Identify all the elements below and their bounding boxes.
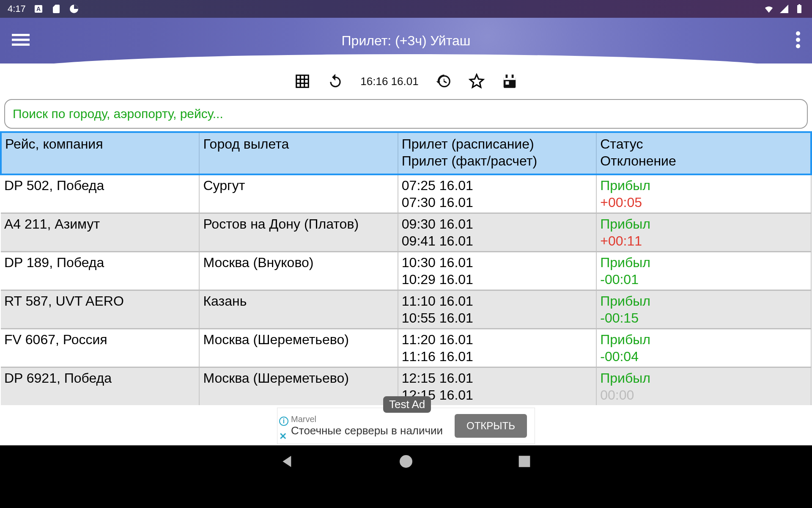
status-time: 4:17 — [8, 3, 26, 14]
page-title: Прилет: (+3ч) Уйташ — [342, 33, 471, 49]
cell-status: Прибыл-00:01 — [596, 252, 811, 290]
svg-rect-12 — [503, 77, 516, 80]
table-row[interactable]: FV 6067, РоссияМосква (Шереметьево)11:20… — [1, 329, 811, 367]
ad-banner: Test Ad i ✕ Marvel Стоечные серверы в на… — [0, 406, 812, 445]
menu-button[interactable] — [12, 31, 30, 50]
toolbar: 16:16 16.01 — [0, 64, 812, 99]
svg-rect-5 — [12, 34, 30, 36]
svg-rect-6 — [12, 39, 30, 41]
cell-status: Прибыл+00:11 — [596, 213, 811, 252]
svg-point-16 — [400, 455, 412, 468]
app-bar: Прилет: (+3ч) Уйташ — [0, 18, 812, 64]
col-flight: Рейс, компания — [1, 132, 199, 174]
svg-rect-17 — [519, 456, 530, 467]
cell-arrival: 11:10 16.0110:55 16.01 — [398, 290, 596, 329]
table-row[interactable]: A4 211, АзимутРостов на Дону (Платов)09:… — [1, 213, 811, 252]
table-row[interactable]: RT 587, UVT AEROКазань11:10 16.0110:55 1… — [1, 290, 811, 329]
history-icon — [436, 73, 452, 89]
status-bar: 4:17 A — [0, 0, 812, 18]
nav-recent-button[interactable] — [516, 453, 533, 472]
cell-flight: A4 211, Азимут — [1, 213, 199, 252]
sd-card-icon — [51, 4, 61, 14]
cell-flight: DP 502, Победа — [1, 174, 199, 213]
cell-flight: DP 6921, Победа — [1, 367, 199, 406]
nav-back-button[interactable] — [279, 453, 296, 472]
svg-rect-4 — [798, 4, 800, 6]
cell-status: Прибыл-00:15 — [596, 290, 811, 329]
favorite-button[interactable] — [469, 73, 485, 89]
calendar-icon — [502, 73, 518, 89]
ad-tag: Test Ad — [383, 396, 431, 413]
star-icon — [469, 73, 485, 89]
ad-card[interactable]: Test Ad i ✕ Marvel Стоечные серверы в на… — [277, 408, 535, 444]
cell-status: Прибыл-00:04 — [596, 329, 811, 367]
svg-rect-15 — [505, 81, 509, 85]
wifi-icon — [764, 4, 774, 14]
svg-rect-13 — [505, 75, 508, 78]
svg-rect-3 — [797, 5, 801, 13]
pie-icon — [69, 4, 79, 14]
calendar-button[interactable] — [502, 73, 518, 89]
col-city: Город вылета — [199, 132, 398, 174]
cell-city: Москва (Внуково) — [199, 252, 398, 290]
signal-icon — [779, 4, 789, 14]
hamburger-icon — [12, 31, 30, 49]
ad-open-button[interactable]: ОТКРЫТЬ — [455, 414, 527, 438]
history-button[interactable] — [436, 73, 452, 89]
svg-point-9 — [796, 38, 800, 42]
cell-arrival: 11:20 16.0111:16 16.01 — [398, 329, 596, 367]
letterbox — [0, 479, 812, 508]
toolbar-time: 16:16 16.01 — [360, 75, 418, 88]
svg-point-10 — [796, 44, 800, 48]
grid-view-button[interactable] — [294, 73, 310, 89]
table-header: Рейс, компания Город вылета Прилет (расп… — [1, 132, 811, 174]
cell-arrival: 10:30 16.0110:29 16.01 — [398, 252, 596, 290]
flights-area: Рейс, компания Город вылета Прилет (расп… — [0, 131, 812, 445]
cell-flight: RT 587, UVT AERO — [1, 290, 199, 329]
ad-subtext: Стоечные серверы в наличии — [291, 424, 443, 437]
recent-icon — [516, 453, 533, 470]
ad-headline: Marvel — [291, 414, 443, 424]
table-row[interactable]: DP 502, ПобедаСургут07:25 16.0107:30 16.… — [1, 174, 811, 213]
col-status: Статус Отклонение — [596, 132, 811, 174]
cell-city: Москва (Шереметьево) — [199, 367, 398, 406]
cell-city: Сургут — [199, 174, 398, 213]
cell-flight: FV 6067, Россия — [1, 329, 199, 367]
flights-table[interactable]: Рейс, компания Город вылета Прилет (расп… — [0, 131, 812, 405]
cell-city: Казань — [199, 290, 398, 329]
back-icon — [279, 453, 296, 470]
cell-city: Москва (Шереметьево) — [199, 329, 398, 367]
search-input[interactable] — [4, 99, 808, 129]
grid-icon — [294, 73, 310, 89]
cell-flight: DP 189, Победа — [1, 252, 199, 290]
overflow-menu-button[interactable] — [796, 31, 800, 50]
cell-city: Ростов на Дону (Платов) — [199, 213, 398, 252]
svg-rect-7 — [12, 44, 30, 46]
cell-status: Прибыл+00:05 — [596, 174, 811, 213]
battery-icon — [794, 4, 804, 14]
keyboard-icon: A — [33, 4, 44, 14]
svg-text:A: A — [36, 6, 41, 12]
svg-rect-14 — [511, 75, 513, 78]
table-row[interactable]: DP 189, ПобедаМосква (Внуково)10:30 16.0… — [1, 252, 811, 290]
col-arrival: Прилет (расписание) Прилет (факт/расчет) — [398, 132, 596, 174]
ad-info-icon[interactable]: i — [279, 417, 288, 426]
cell-arrival: 09:30 16.0109:41 16.01 — [398, 213, 596, 252]
cell-status: Прибыл00:00 — [596, 367, 811, 406]
ad-close-icon[interactable]: ✕ — [279, 431, 287, 442]
system-nav-bar — [0, 445, 812, 479]
kebab-icon — [796, 31, 800, 48]
cell-arrival: 07:25 16.0107:30 16.01 — [398, 174, 596, 213]
home-icon — [398, 453, 414, 470]
nav-home-button[interactable] — [398, 453, 414, 472]
refresh-icon — [327, 73, 343, 89]
svg-point-8 — [796, 31, 800, 36]
refresh-button[interactable] — [327, 73, 343, 89]
